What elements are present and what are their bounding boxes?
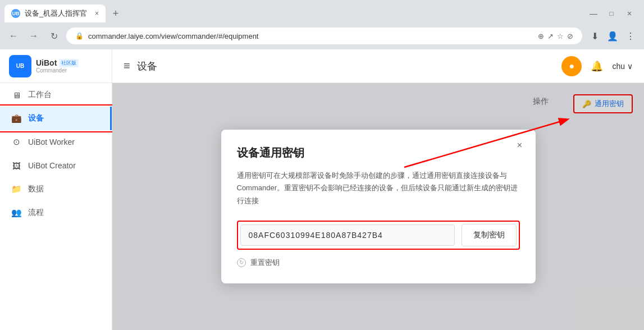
tab-bar: UB 设备_机器人指挥官 × + — □ × — [0, 0, 644, 22]
modal-description: 通用密钥可在大规模部署设备时免除手动创建的步骤，通过通用密钥直接连接设备与Com… — [237, 169, 520, 207]
tab-title: 设备_机器人指挥官 — [25, 8, 87, 19]
orange-icon: ● — [569, 61, 575, 71]
more-btn[interactable]: ⋮ — [623, 28, 638, 44]
tab-favicon: UB — [11, 9, 20, 18]
tab-close-btn[interactable]: × — [95, 10, 99, 17]
profile-btn[interactable]: 👤 — [605, 28, 620, 44]
sidebar-item-data[interactable]: 📁 数据 — [0, 177, 112, 201]
topbar-right: ● 🔔 chu ∨ — [561, 56, 633, 76]
page-title: 设备 — [137, 59, 157, 73]
data-icon: 📁 — [11, 184, 21, 194]
logo-name: UiBot — [36, 58, 57, 68]
key-input-field[interactable] — [240, 224, 455, 246]
workbench-icon: 🖥 — [11, 90, 21, 100]
equipment-icon: 💼 — [11, 113, 21, 123]
topbar: ≡ 设备 ● 🔔 chu ∨ — [112, 49, 644, 83]
sidebar-item-equipment[interactable]: 💼 设备 — [0, 107, 112, 130]
equipment-label: 设备 — [28, 113, 44, 123]
reset-icon: ↻ — [237, 258, 246, 267]
address-bar: ← → ↻ 🔒 commander.laiye.com/view/command… — [0, 22, 644, 49]
sidebar-item-flow[interactable]: 👥 流程 — [0, 201, 112, 224]
back-btn[interactable]: ← — [6, 28, 21, 44]
url-display: commander.laiye.com/view/commander/#/equ… — [88, 32, 533, 40]
key-row: 复制密钥 — [237, 221, 520, 250]
window-minimize-btn[interactable]: — — [586, 6, 601, 21]
sidebar: UB UiBot 社区版 Commander 🖥 工作台 💼 设备 ⊙ UiBo… — [0, 49, 112, 330]
modal-close-btn[interactable]: × — [513, 139, 527, 152]
topbar-left: ≡ 设备 — [124, 59, 157, 73]
forward-btn[interactable]: → — [26, 28, 42, 44]
creator-label: UiBot Creator — [28, 161, 76, 170]
workbench-label: 工作台 — [28, 90, 52, 100]
share-icon[interactable]: ↗ — [547, 32, 554, 40]
user-menu[interactable]: chu ∨ — [612, 62, 633, 71]
sidebar-item-workbench[interactable]: 🖥 工作台 — [0, 83, 112, 107]
translate-icon[interactable]: ⊕ — [538, 32, 544, 40]
worker-icon: ⊙ — [11, 137, 21, 147]
sidebar-item-worker[interactable]: ⊙ UiBot Worker — [0, 130, 112, 154]
flow-label: 流程 — [28, 208, 44, 218]
window-close-btn[interactable]: × — [622, 6, 637, 21]
main-content: 🔑 通用密钥 操作 × 设备通用密钥 通用密钥可在大规模部署设备时免除手动创建的… — [112, 83, 644, 330]
bookmark-icon[interactable]: ☆ — [557, 32, 564, 40]
reset-key-row[interactable]: ↻ 重置密钥 — [237, 258, 520, 268]
new-tab-btn[interactable]: + — [108, 6, 124, 21]
browser-actions: ⬇ 👤 ⋮ — [587, 28, 638, 44]
logo-text-group: UiBot 社区版 Commander — [36, 58, 79, 74]
address-input[interactable]: 🔒 commander.laiye.com/view/commander/#/e… — [66, 27, 582, 44]
data-label: 数据 — [28, 184, 44, 194]
copy-key-btn[interactable]: 复制密钥 — [462, 224, 517, 246]
modal-title: 设备通用密钥 — [237, 145, 520, 161]
block-icon[interactable]: ⊘ — [567, 32, 573, 40]
orange-status-btn[interactable]: ● — [561, 56, 582, 76]
extensions-btn[interactable]: ⬇ — [587, 28, 602, 44]
modal-overlay: × 设备通用密钥 通用密钥可在大规模部署设备时免除手动创建的步骤，通过通用密钥直… — [112, 83, 644, 330]
logo-icon: UB — [9, 55, 31, 77]
flow-icon: 👥 — [11, 208, 21, 218]
browser-chrome: UB 设备_机器人指挥官 × + — □ × ← → ↻ 🔒 commander… — [0, 0, 644, 49]
address-icons: ⊕ ↗ ☆ ⊘ — [538, 32, 573, 40]
community-badge: 社区版 — [59, 59, 79, 67]
worker-label: UiBot Worker — [28, 138, 75, 146]
sidebar-item-creator[interactable]: 🖼 UiBot Creator — [0, 154, 112, 177]
reset-key-label: 重置密钥 — [250, 258, 280, 268]
user-dropdown-icon: ∨ — [627, 62, 633, 71]
active-tab[interactable]: UB 设备_机器人指挥官 × — [4, 4, 106, 22]
sidebar-logo: UB UiBot 社区版 Commander — [0, 49, 112, 83]
logo-sub: Commander — [36, 67, 79, 74]
menu-toggle-icon[interactable]: ≡ — [124, 59, 130, 72]
refresh-btn[interactable]: ↻ — [46, 28, 62, 44]
modal-dialog: × 设备通用密钥 通用密钥可在大规模部署设备时免除手动创建的步骤，通过通用密钥直… — [221, 130, 536, 283]
notification-bell-icon[interactable]: 🔔 — [591, 60, 603, 72]
window-maximize-btn[interactable]: □ — [604, 6, 619, 21]
creator-icon: 🖼 — [11, 161, 21, 171]
app-container: UB UiBot 社区版 Commander 🖥 工作台 💼 设备 ⊙ UiBo… — [0, 49, 644, 330]
user-name: chu — [612, 62, 625, 71]
